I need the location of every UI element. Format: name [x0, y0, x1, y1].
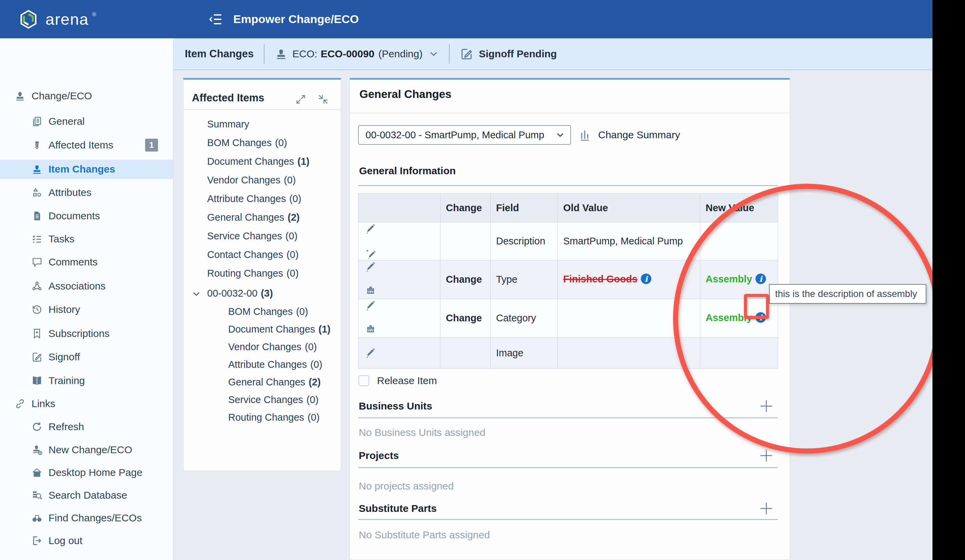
sidebar-item-item-changes[interactable]: Item Changes: [31, 160, 115, 179]
annotation-red-highlight-box: [744, 294, 769, 319]
sidebar-item-log-out[interactable]: Log out: [31, 531, 82, 550]
affected-link-document-changes[interactable]: Document Changes(1): [207, 156, 309, 167]
table-row-type: Change Type Finished Goodsi Assemblyi: [358, 260, 778, 299]
affected-link-vendor-changes[interactable]: Vendor Changes(0): [207, 175, 296, 186]
sidebar-item-find-changes-ecos[interactable]: Find Changes/ECOs: [31, 508, 142, 527]
sidebar-item-refresh[interactable]: Refresh: [31, 417, 84, 436]
info-tooltip: this is the description of assembly: [769, 284, 926, 304]
signoff-pen-icon: [31, 351, 43, 363]
release-item-checkbox[interactable]: [358, 375, 369, 386]
item-select-dropdown[interactable]: 00-0032-00 - SmartPump, Medical Pump: [358, 125, 571, 145]
clear-change-broom-icon[interactable]: [364, 285, 440, 299]
affected-sublink-routing-changes[interactable]: Routing Changes(0): [228, 412, 320, 423]
divider: [358, 185, 778, 186]
affected-sublink-service-changes[interactable]: Service Changes(0): [228, 394, 318, 405]
affected-sublink-general-changes[interactable]: General Changes(2): [228, 377, 321, 388]
sidebar-item-associations[interactable]: Associations: [31, 277, 105, 296]
collapse-panel-icon[interactable]: [317, 93, 329, 105]
sidebar-item-search-database[interactable]: Search Database: [31, 486, 127, 505]
divider: [183, 109, 341, 110]
redline-edit-icon[interactable]: [364, 247, 440, 260]
info-icon[interactable]: i: [641, 274, 651, 284]
affected-sublink-bom-changes[interactable]: BOM Changes(0): [228, 306, 308, 317]
divider: [358, 467, 778, 468]
sidebar-item-affected-items[interactable]: Affected Items: [31, 136, 113, 155]
sidebar-item-tasks[interactable]: Tasks: [31, 230, 75, 248]
sidebar-item-desktop-home-page[interactable]: Desktop Home Page: [31, 463, 142, 482]
brand-name: arena: [46, 10, 89, 28]
business-units-empty-text: No Business Units assigned: [359, 427, 486, 438]
divider: [358, 519, 778, 520]
sidebar-item-new-change-eco[interactable]: New Change/ECO: [31, 440, 132, 459]
divider: [350, 113, 790, 113]
affected-sublink-attribute-changes[interactable]: Attribute Changes(0): [228, 359, 322, 370]
affected-tree-node-00-0032-00[interactable]: 00-0032-00(3): [207, 288, 273, 299]
chevron-down-icon[interactable]: [429, 49, 439, 59]
sidebar-item-documents[interactable]: Documents: [31, 206, 100, 225]
sidebar-item-history[interactable]: History: [31, 300, 80, 319]
search-database-icon: [31, 490, 43, 501]
affected-link-contact-changes[interactable]: Contact Changes(0): [207, 249, 299, 260]
tree-chevron-down-icon[interactable]: [191, 289, 201, 299]
sidebar-item-links[interactable]: Links: [14, 394, 55, 413]
expand-panel-icon[interactable]: [294, 93, 307, 105]
affected-link-attribute-changes[interactable]: Attribute Changes(0): [207, 193, 301, 204]
chevron-down-icon: [555, 130, 565, 140]
affected-link-bom-changes[interactable]: BOM Changes(0): [207, 137, 287, 149]
app-window: arena® Empower Change/ECO Item Changes E…: [0, 0, 932, 560]
table-row-description: Description SmartPump, Medical Pump: [358, 222, 778, 260]
section-title-substitute-parts: Substitute Parts: [359, 503, 437, 514]
sidebar-item-training[interactable]: Training: [31, 371, 85, 390]
tab-item-changes[interactable]: Item Changes: [185, 48, 254, 60]
stamp-icon: [31, 163, 43, 175]
top-bar: arena® Empower Change/ECO: [0, 0, 932, 38]
sidebar: Change/ECO General Affected Items 1 Item…: [0, 38, 173, 560]
sidebar-item-change-eco[interactable]: Change/ECO: [14, 87, 92, 105]
affected-link-routing-changes[interactable]: Routing Changes(0): [207, 268, 299, 279]
network-icon: [31, 280, 43, 292]
file-icon: [31, 210, 43, 222]
collapse-menu-icon[interactable]: [209, 12, 224, 27]
eco-number: ECO-00090: [321, 48, 375, 60]
table-row-category: Change Category Assemblyi: [358, 299, 778, 337]
affected-sublink-vendor-changes[interactable]: Vendor Changes(0): [228, 341, 317, 353]
old-value-cell: Finished Goodsi: [558, 260, 700, 299]
affected-link-service-changes[interactable]: Service Changes(0): [207, 230, 298, 242]
section-title-business-units: Business Units: [359, 400, 432, 412]
bar-chart-icon[interactable]: [579, 128, 593, 142]
field-cell: Description: [491, 222, 558, 260]
section-title-general-changes: General Changes: [360, 88, 451, 101]
sidebar-item-signoff[interactable]: Signoff: [31, 348, 80, 366]
section-title-projects: Projects: [359, 450, 399, 461]
info-icon[interactable]: i: [756, 274, 766, 284]
edit-pencil-icon[interactable]: [364, 299, 440, 312]
sidebar-item-subscriptions[interactable]: Subscriptions: [31, 324, 110, 343]
edit-pencil-icon[interactable]: [364, 222, 440, 235]
add-project-button[interactable]: [759, 448, 774, 464]
new-value-cell: Assemblyi: [700, 260, 778, 299]
affected-link-summary[interactable]: Summary: [207, 119, 249, 130]
logout-icon: [31, 535, 43, 547]
field-cell: Type: [491, 260, 558, 299]
add-business-unit-button[interactable]: [759, 398, 774, 414]
affected-link-general-changes[interactable]: General Changes(2): [207, 212, 300, 223]
checklist-icon: [31, 233, 43, 245]
sidebar-item-general[interactable]: General: [31, 112, 85, 131]
general-information-table: Change Field Old Value New Value Descrip…: [358, 193, 778, 369]
add-substitute-part-button[interactable]: [759, 501, 774, 516]
page-title: Empower Change/ECO: [233, 13, 359, 26]
section-title-general-information: General Information: [359, 165, 456, 176]
edit-pencil-icon[interactable]: [364, 260, 440, 273]
affected-items-panel: Affected Items Summary BOM Changes(0) Do…: [183, 78, 341, 471]
sidebar-item-comments[interactable]: Comments: [31, 253, 98, 271]
clear-change-broom-icon[interactable]: [364, 324, 440, 337]
sidebar-item-attributes[interactable]: Attributes: [31, 183, 92, 202]
affected-sublink-document-changes[interactable]: Document Changes(1): [228, 324, 330, 335]
chain-link-icon: [14, 398, 26, 410]
edit-pencil-icon[interactable]: [364, 346, 440, 359]
signoff-status: Signoff Pending: [479, 48, 557, 60]
field-cell: Category: [491, 299, 558, 337]
change-summary-link[interactable]: Change Summary: [598, 129, 680, 141]
bookmark-icon: [31, 328, 43, 339]
field-column-header: Field: [491, 194, 558, 222]
